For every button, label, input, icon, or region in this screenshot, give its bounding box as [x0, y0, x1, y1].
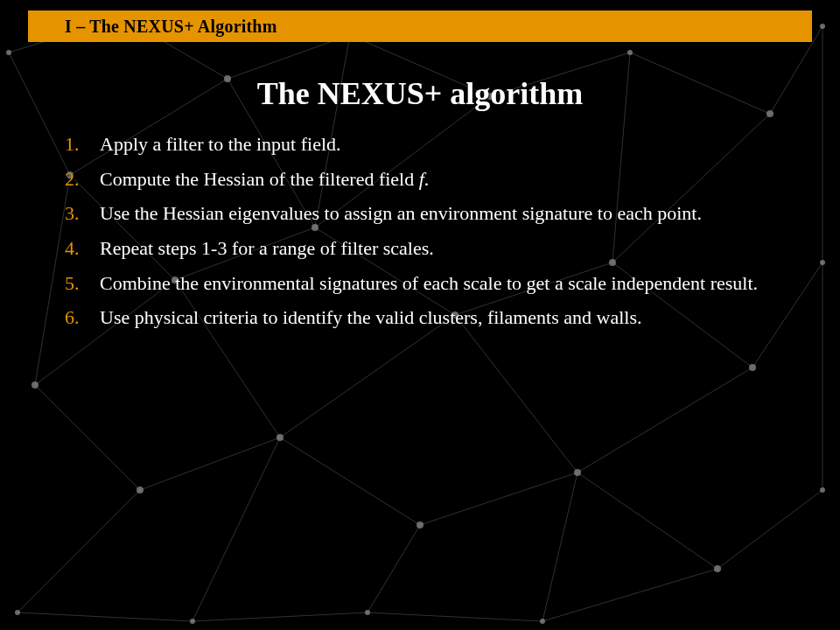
slide-title: The NEXUS+ algorithm	[52, 75, 788, 112]
svg-line-23	[578, 368, 752, 472]
svg-line-32	[542, 472, 578, 621]
svg-line-26	[18, 490, 140, 612]
svg-line-30	[368, 525, 420, 612]
step-6: Use physical criteria to identify the va…	[94, 304, 772, 331]
svg-point-64	[15, 610, 20, 615]
svg-line-21	[280, 438, 420, 525]
svg-point-42	[6, 50, 11, 55]
slide-content: The NEXUS+ algorithm Apply a filter to t…	[52, 68, 788, 340]
svg-line-31	[368, 612, 542, 621]
svg-line-33	[542, 569, 718, 621]
svg-point-47	[627, 50, 633, 55]
svg-line-29	[192, 612, 368, 621]
svg-point-49	[820, 24, 825, 29]
svg-point-57	[32, 382, 38, 388]
svg-point-55	[749, 364, 756, 371]
svg-line-24	[578, 472, 718, 569]
svg-point-65	[190, 619, 195, 624]
svg-point-67	[540, 619, 545, 624]
svg-line-22	[420, 472, 578, 525]
step-4: Repeat steps 1-3 for a range of filter s…	[94, 235, 772, 262]
section-header: I – The NEXUS+ Algorithm	[28, 10, 812, 42]
svg-point-60	[416, 522, 424, 528]
step-1: Apply a filter to the input field.	[94, 131, 772, 158]
step-text: Use the Hessian eigenvalues to assign an…	[100, 202, 702, 224]
step-after: .	[424, 168, 430, 190]
step-5: Combine the environmental signatures of …	[94, 270, 772, 297]
step-text: Compute the Hessian of the filtered fiel…	[100, 168, 419, 190]
step-3: Use the Hessian eigenvalues to assign an…	[94, 200, 772, 227]
section-label: I – The NEXUS+ Algorithm	[65, 17, 277, 37]
slide: I – The NEXUS+ Algorithm The NEXUS+ algo…	[0, 0, 840, 630]
algorithm-steps: Apply a filter to the input field. Compu…	[52, 131, 788, 331]
step-text: Repeat steps 1-3 for a range of filter s…	[100, 237, 434, 259]
svg-point-56	[820, 260, 825, 265]
step-text: Combine the environmental signatures of …	[100, 272, 758, 294]
svg-point-58	[136, 486, 144, 494]
svg-line-18	[35, 385, 140, 490]
svg-line-25	[718, 490, 822, 569]
svg-point-63	[820, 487, 825, 493]
step-text: Apply a filter to the input field.	[100, 133, 341, 155]
svg-line-27	[18, 612, 192, 621]
step-text: Use physical criteria to identify the va…	[100, 306, 642, 328]
svg-point-66	[365, 610, 370, 615]
svg-point-62	[714, 565, 721, 572]
step-2: Compute the Hessian of the filtered fiel…	[94, 166, 772, 192]
svg-point-61	[574, 469, 581, 476]
svg-point-59	[276, 434, 284, 441]
